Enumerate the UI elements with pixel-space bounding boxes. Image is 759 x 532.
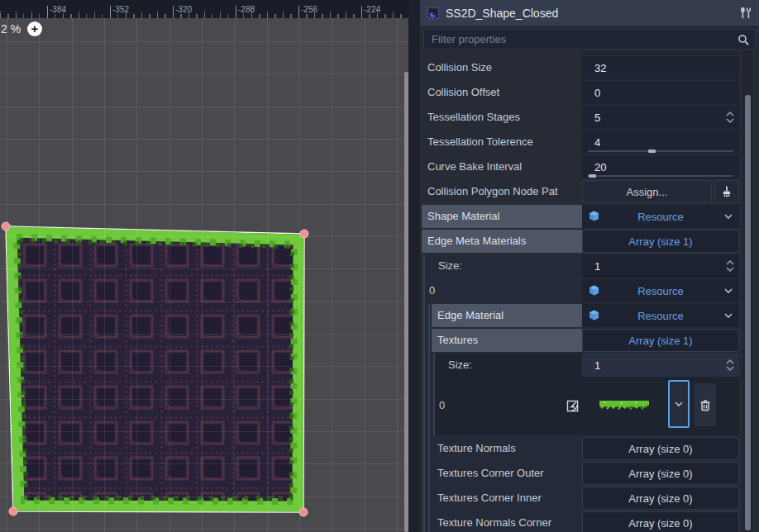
property-row-tessellation-stages: Tessellation Stages 5 (422, 106, 739, 129)
property-label: Curve Bake Interval (422, 155, 582, 178)
property-row-collision-offset: Collision Offset 0 (422, 81, 739, 104)
ruler-tick: -224 (361, 0, 380, 18)
property-row-texture-normals: Texture Normals Array (size 0) (432, 437, 739, 460)
property-label: Size: (437, 354, 582, 377)
array-size-row: Size: 1 (427, 254, 739, 278)
slider-track[interactable] (588, 150, 733, 152)
array-size-label: Array (size 0) (628, 443, 692, 455)
property-label: Collision Size (422, 56, 582, 79)
resource-cube-icon (589, 310, 599, 321)
point-handle[interactable] (300, 230, 308, 238)
property-label: Textures (432, 329, 582, 352)
property-row-textures-corner-inner: Textures Corner Inner Array (size 0) (432, 487, 739, 510)
slider-grabber[interactable] (589, 174, 596, 178)
property-label: Tessellation Tolerence (422, 131, 582, 154)
array-size-label: Array (size 0) (628, 492, 692, 505)
textures-array-button[interactable]: Array (size 1) (582, 329, 739, 352)
property-value: 1 (590, 260, 600, 273)
property-row-collision-size: Collision Size 32 (422, 56, 739, 79)
property-row-collision-polygon-node-path: Collision Polygon Node Pat Assign... (422, 180, 739, 203)
zoom-percent-label[interactable]: 2 % (1, 22, 21, 36)
array-index-label: 0 (437, 378, 566, 433)
chevron-down-icon (724, 214, 733, 219)
filter-properties-input[interactable] (430, 32, 738, 46)
property-row-textures: Textures Array (size 1) (432, 329, 739, 352)
texture-normals-array-button[interactable]: Array (size 0) (582, 437, 739, 460)
property-label: Collision Offset (422, 81, 582, 104)
textures-corner-outer-array-button[interactable]: Array (size 0) (582, 462, 739, 485)
curve-bake-interval-slider[interactable]: 20 (582, 155, 739, 178)
property-value: 1 (590, 359, 600, 372)
array-size-row: Size: 1 (437, 354, 739, 377)
ruler-tick: -384 (47, 0, 66, 18)
search-icon (738, 34, 749, 45)
horizontal-ruler: -384 -352 -320 -288 -256 -224 (0, 0, 408, 18)
shape-canvas[interactable] (0, 0, 408, 532)
property-list: Collision Size 32 Collision Offset 0 Tes… (420, 51, 759, 532)
property-row-tessellation-tolerence: Tessellation Tolerence 4 (422, 131, 739, 154)
meta-material-resource-dropdown[interactable]: Resource (582, 279, 739, 302)
edit-texture-icon[interactable] (566, 400, 579, 412)
array-size-label: Array (size 1) (628, 335, 692, 347)
shape-material-resource-dropdown[interactable]: Resource (582, 205, 739, 228)
array-size-label: Array (size 1) (628, 235, 692, 248)
property-label: Textures Corner Inner (432, 487, 582, 510)
ss2d-shape-icon (427, 7, 440, 20)
property-label: Tessellation Stages (422, 106, 582, 129)
array-item-0-row: 0 Resource (427, 279, 739, 302)
spinner-updown-icon[interactable] (726, 359, 734, 372)
inspector-scrollbar-thumb[interactable] (745, 95, 751, 530)
array-size-spinner[interactable]: 1 (582, 354, 739, 377)
textures-corner-inner-array-button[interactable]: Array (size 0) (582, 487, 739, 510)
ruler-tick: -320 (173, 0, 192, 18)
add-point-cursor-icon[interactable]: + (27, 21, 42, 36)
point-handle[interactable] (299, 508, 308, 516)
property-label: Edge Material (432, 304, 582, 327)
spinner-updown-icon[interactable] (726, 259, 734, 273)
filter-properties-bar (423, 29, 756, 50)
property-value: 0 (590, 87, 600, 99)
property-row-edge-material: Edge Material Resource (432, 304, 739, 327)
point-handle[interactable] (2, 222, 10, 230)
assign-button-label: Assign... (627, 186, 668, 198)
resource-value-label: Resource (637, 211, 684, 223)
delete-texture-button[interactable] (695, 383, 716, 426)
spinner-updown-icon[interactable] (726, 111, 734, 124)
ruler-tick: -352 (110, 0, 129, 18)
property-label: Textures Corner Outer (432, 462, 582, 485)
inspector-panel: SS2D_Shape_Closed Collision Size 32 Coll… (420, 0, 759, 532)
grass-texture-preview[interactable] (599, 399, 650, 412)
slider-grabber[interactable] (648, 150, 656, 153)
property-label: Shape Material (422, 205, 582, 228)
array-size-spinner[interactable]: 1 (582, 254, 739, 278)
texture-normals-corner-array-button[interactable]: Array (size 0) (582, 511, 739, 532)
collision-offset-field[interactable]: 0 (582, 81, 739, 104)
property-value: 20 (590, 161, 606, 173)
texture-options-dropdown[interactable] (668, 380, 690, 428)
scrolled-row-sliver (582, 51, 739, 55)
array-size-label: Array (size 0) (628, 517, 692, 530)
panel-splitter[interactable] (408, 0, 420, 532)
edge-material-resource-editor: Edge Material Resource Te (428, 304, 739, 532)
tessellation-tolerence-slider[interactable]: 4 (582, 131, 739, 154)
edge-meta-materials-array-button[interactable]: Array (size 1) (582, 230, 739, 253)
assign-nodepath-button[interactable]: Assign... (582, 180, 712, 203)
property-row-edge-meta-materials: Edge Meta Materials Array (size 1) (422, 230, 739, 253)
slider-track[interactable] (588, 175, 733, 177)
property-label: Texture Normals Corner (432, 511, 582, 532)
collision-size-field[interactable]: 32 (582, 56, 739, 79)
point-handle[interactable] (9, 507, 17, 515)
textures-array-editor: Size: 1 0 (433, 354, 739, 435)
edge-material-resource-dropdown[interactable]: Resource (582, 304, 739, 327)
object-tools-icon[interactable] (739, 7, 752, 20)
edge-meta-materials-array-editor: Size: 1 0 Resource (423, 254, 739, 532)
property-row-shape-material: Shape Material Resource (422, 205, 739, 228)
chevron-down-icon (675, 401, 683, 406)
ruler-tick: -256 (298, 0, 317, 18)
tessellation-stages-spinner[interactable]: 5 (582, 106, 739, 129)
viewport-vertical-scrollbar[interactable] (404, 72, 408, 532)
canvas-viewport[interactable]: -384 -352 -320 -288 -256 -224 2 % + (0, 0, 408, 532)
inspected-object-title: SS2D_Shape_Closed (446, 7, 733, 20)
clear-nodepath-button[interactable] (714, 180, 739, 203)
chevron-down-icon (724, 313, 733, 318)
